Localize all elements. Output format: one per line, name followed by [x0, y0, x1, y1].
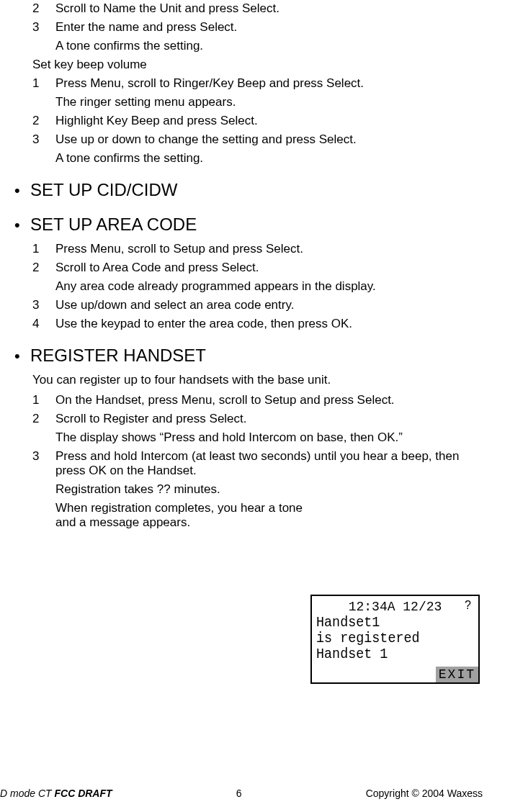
step-item: 1 On the Handset, press Menu, scroll to …	[7, 393, 483, 407]
step-text: Highlight Key Beep and press Select.	[55, 114, 483, 128]
lcd-line-1: Handset1	[316, 615, 461, 631]
step-item: 1 Press Menu, scroll to Ringer/Key Beep …	[7, 76, 483, 91]
section-heading-register: • REGISTER HANDSET	[7, 346, 483, 366]
step-text: Scroll to Area Code and press Select.	[55, 261, 483, 275]
step-text: Scroll to Name the Unit and press Select…	[55, 1, 483, 16]
step-text: Press Menu, scroll to Setup and press Se…	[55, 242, 483, 256]
section-title: SET UP CID/CIDW	[30, 180, 177, 200]
step-number: 3	[7, 298, 55, 312]
step-note: The ringer setting menu appears.	[55, 95, 483, 109]
step-item: 2 Highlight Key Beep and press Select.	[7, 114, 483, 128]
page-content: 2 Scroll to Name the Unit and press Sele…	[0, 0, 483, 530]
step-number: 4	[7, 317, 55, 331]
lcd-time: 12:34A 12/23	[349, 599, 442, 615]
registration-complete-text: When registration completes, you hear a …	[55, 501, 308, 530]
step-note: A tone confirms the setting.	[55, 151, 483, 166]
step-item: 3 Press and hold Intercom (at least two …	[7, 449, 483, 478]
lcd-line-3: Handset 1	[316, 646, 461, 662]
step-item: 2 Scroll to Name the Unit and press Sele…	[7, 1, 483, 16]
footer-copyright: Copyright © 2004 Waxess	[366, 788, 483, 799]
step-item: 4 Use the keypad to enter the area code,…	[7, 317, 483, 331]
footer-left-plain: D mode CT	[0, 788, 54, 799]
bullet-icon: •	[7, 347, 30, 366]
section-heading-area-code: • SET UP AREA CODE	[7, 215, 483, 235]
step-number: 1	[7, 76, 55, 91]
step-text: Enter the name and press Select.	[55, 20, 483, 35]
step-item: 3 Use up/down and select an area code en…	[7, 298, 483, 312]
footer-left-bold: FCC DRAFT	[54, 788, 112, 799]
step-number: 3	[7, 132, 55, 147]
step-number: 2	[7, 1, 55, 16]
subheading-key-beep: Set key beep volume	[32, 58, 483, 72]
bullet-icon: •	[7, 216, 30, 235]
step-text: Use the keypad to enter the area code, t…	[55, 317, 483, 331]
step-text: On the Handset, press Menu, scroll to Se…	[55, 393, 483, 407]
step-note: The display shows “Press and hold Interc…	[55, 430, 483, 445]
step-number: 3	[7, 20, 55, 35]
bullet-icon: •	[7, 181, 30, 200]
footer-page-number: 6	[236, 788, 242, 799]
section-title: REGISTER HANDSET	[30, 346, 206, 366]
step-note: Any area code already programmed appears…	[55, 279, 483, 294]
step-text: Use up/down and select an area code entr…	[55, 298, 483, 312]
step-text: Scroll to Register and press Select.	[55, 412, 483, 426]
section-intro: You can register up to four handsets wit…	[32, 373, 483, 387]
step-text: Press Menu, scroll to Ringer/Key Beep an…	[55, 76, 483, 91]
step-number: 1	[7, 393, 55, 407]
footer-left: D mode CT FCC DRAFT	[0, 788, 112, 799]
step-number: 2	[7, 412, 55, 426]
lcd-question-icon: ?	[465, 597, 471, 613]
step-number: 1	[7, 242, 55, 256]
lcd-line-2: is registered	[316, 631, 461, 646]
step-number: 3	[7, 449, 55, 478]
step-text: Use up or down to change the setting and…	[55, 132, 483, 147]
step-item: 3 Use up or down to change the setting a…	[7, 132, 483, 147]
step-note: A tone confirms the setting.	[55, 39, 483, 53]
step-item: 1 Press Menu, scroll to Setup and press …	[7, 242, 483, 256]
step-text: Press and hold Intercom (at least two se…	[55, 449, 483, 478]
step-item: 2 Scroll to Register and press Select.	[7, 412, 483, 426]
section-heading-cid: • SET UP CID/CIDW	[7, 180, 483, 200]
step-item: 3 Enter the name and press Select.	[7, 20, 483, 35]
step-number: 2	[7, 114, 55, 128]
page-footer: D mode CT FCC DRAFT 6 Copyright © 2004 W…	[0, 788, 510, 799]
lcd-exit-softkey: EXIT	[436, 667, 478, 682]
step-number: 2	[7, 261, 55, 275]
step-item: 2 Scroll to Area Code and press Select.	[7, 261, 483, 275]
section-title: SET UP AREA CODE	[30, 215, 197, 235]
lcd-display: 12:34A 12/23 ? Handset1 is registered Ha…	[310, 595, 480, 684]
step-note: Registration takes ?? minutes.	[55, 482, 483, 497]
